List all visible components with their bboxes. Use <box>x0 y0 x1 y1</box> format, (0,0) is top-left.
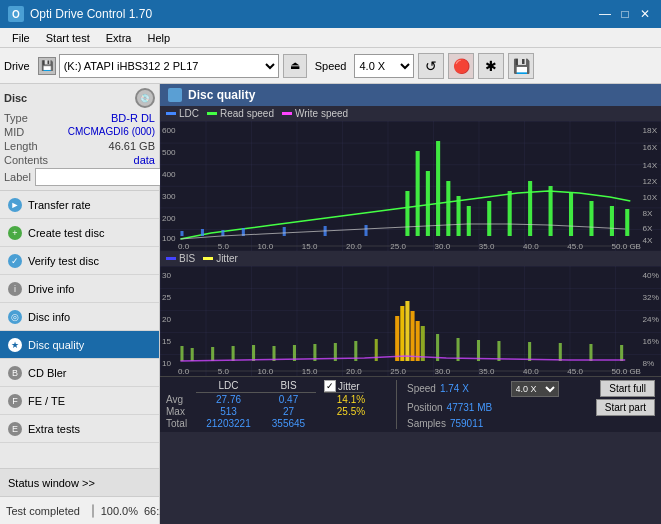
save-button[interactable]: 💾 <box>508 53 534 79</box>
max-row: Max 513 27 25.5% <box>166 406 386 417</box>
svg-rect-29 <box>487 201 491 236</box>
app-title: Opti Drive Control 1.70 <box>30 7 152 21</box>
stats-table: LDC BIS ✓ Jitter Avg 27.76 0.47 14.1% <box>166 380 386 429</box>
svg-rect-70 <box>528 342 531 361</box>
extra-tests-label: Extra tests <box>28 423 80 435</box>
sidebar-item-transfer-rate[interactable]: ► Transfer rate <box>0 191 159 219</box>
status-window-button[interactable]: Status window >> <box>0 468 159 496</box>
svg-text:10: 10 <box>162 359 172 368</box>
svg-rect-26 <box>446 181 450 236</box>
svg-rect-28 <box>467 206 471 236</box>
speed-select-area: 4.0 X 2.0 X <box>511 381 559 397</box>
speed-label: Speed <box>311 60 351 72</box>
disc-quality-label: Disc quality <box>28 339 84 351</box>
cd-bler-label: CD Bler <box>28 367 67 379</box>
max-jitter: 25.5% <box>316 406 386 417</box>
svg-text:12X: 12X <box>643 177 658 186</box>
chart1-legend: LDC Read speed Write speed <box>160 106 661 121</box>
sidebar-item-create-test-disc[interactable]: + Create test disc <box>0 219 159 247</box>
svg-text:14X: 14X <box>643 161 658 170</box>
maximize-button[interactable]: □ <box>617 6 633 22</box>
main-area: Disc 💿 Type BD-R DL MID CMCMAGDI6 (000) … <box>0 84 661 524</box>
read-label: Read speed <box>220 108 274 119</box>
sidebar-item-disc-info[interactable]: ◎ Disc info <box>0 303 159 331</box>
stats-empty <box>166 380 196 393</box>
max-label: Max <box>166 406 196 417</box>
drive-info-icon: i <box>8 282 22 296</box>
menu-start-test[interactable]: Start test <box>38 30 98 46</box>
refresh-button[interactable]: ↺ <box>418 53 444 79</box>
svg-rect-15 <box>180 231 183 236</box>
cd-bler-icon: B <box>8 366 22 380</box>
label-input[interactable] <box>35 168 168 186</box>
menu-extra[interactable]: Extra <box>98 30 140 46</box>
drive-info-label: Drive info <box>28 283 74 295</box>
length-value: 46.61 GB <box>109 140 155 152</box>
menu-file[interactable]: File <box>4 30 38 46</box>
drive-select[interactable]: (K:) ATAPI iHBS312 2 PL17 <box>59 54 279 78</box>
titlebar-controls: — □ ✕ <box>597 6 653 22</box>
svg-text:40%: 40% <box>643 271 659 280</box>
disc-info-icon: ◎ <box>8 310 22 324</box>
legend-read-speed: Read speed <box>207 108 274 119</box>
chart1-x-labels: 0.0 5.0 10.0 15.0 20.0 25.0 30.0 35.0 40… <box>178 242 641 251</box>
chart2-x-labels: 0.0 5.0 10.0 15.0 20.0 25.0 30.0 35.0 40… <box>178 367 641 376</box>
menu-help[interactable]: Help <box>139 30 178 46</box>
svg-text:20: 20 <box>162 315 172 324</box>
transfer-rate-icon: ► <box>8 198 22 212</box>
total-label: Total <box>166 418 196 429</box>
avg-label: Avg <box>166 394 196 405</box>
close-button[interactable]: ✕ <box>637 6 653 22</box>
svg-rect-64 <box>416 321 420 361</box>
svg-rect-65 <box>421 326 425 361</box>
position-info: Position 47731 MB <box>407 402 492 413</box>
svg-text:16X: 16X <box>643 143 658 152</box>
svg-text:25: 25 <box>162 293 172 302</box>
sidebar-item-drive-info[interactable]: i Drive info <box>0 275 159 303</box>
status-window-label: Status window >> <box>8 477 95 489</box>
minimize-button[interactable]: — <box>597 6 613 22</box>
titlebar: O Opti Drive Control 1.70 — □ ✕ <box>0 0 661 28</box>
read-dot <box>207 112 217 115</box>
svg-rect-72 <box>589 344 592 361</box>
sidebar-item-fe-te[interactable]: F FE / TE <box>0 387 159 415</box>
sidebar-item-verify-test-disc[interactable]: ✓ Verify test disc <box>0 247 159 275</box>
eject-button[interactable]: ⏏ <box>283 54 307 78</box>
chart2-legend: BIS Jitter <box>160 251 661 266</box>
burn-button[interactable]: 🔴 <box>448 53 474 79</box>
app-icon: O <box>8 6 24 22</box>
chart2-svg: 30 25 20 15 10 40% 32% 24% 16% 8% <box>160 266 661 376</box>
svg-rect-34 <box>589 201 593 236</box>
erase-button[interactable]: ✱ <box>478 53 504 79</box>
svg-rect-52 <box>232 346 235 361</box>
svg-text:16%: 16% <box>643 337 659 346</box>
svg-text:200: 200 <box>162 214 176 223</box>
speed-info: Speed 1.74 X <box>407 383 469 394</box>
quality-speed-select[interactable]: 4.0 X 2.0 X <box>511 381 559 397</box>
svg-rect-73 <box>620 345 623 361</box>
disc-panel: Disc 💿 Type BD-R DL MID CMCMAGDI6 (000) … <box>0 84 159 191</box>
sidebar-item-extra-tests[interactable]: E Extra tests <box>0 415 159 443</box>
legend-write-speed: Write speed <box>282 108 348 119</box>
svg-text:4X: 4X <box>643 236 654 245</box>
transfer-rate-label: Transfer rate <box>28 199 91 211</box>
jitter-checkbox[interactable]: ✓ <box>324 380 336 392</box>
sidebar: Disc 💿 Type BD-R DL MID CMCMAGDI6 (000) … <box>0 84 160 524</box>
verify-test-disc-label: Verify test disc <box>28 255 99 267</box>
content-area: Disc quality LDC Read speed Write speed <box>160 84 661 524</box>
svg-rect-71 <box>559 343 562 361</box>
max-bis: 27 <box>261 406 316 417</box>
jitter-check-area: ✓ Jitter <box>324 380 364 393</box>
total-ldc: 21203221 <box>196 418 261 429</box>
svg-rect-31 <box>528 181 532 236</box>
start-part-button[interactable]: Start part <box>596 399 655 416</box>
legend-ldc: LDC <box>166 108 199 119</box>
sidebar-item-cd-bler[interactable]: B CD Bler <box>0 359 159 387</box>
sidebar-item-disc-quality[interactable]: ★ Disc quality <box>0 331 159 359</box>
svg-text:8X: 8X <box>643 209 654 218</box>
legend-jitter: Jitter <box>203 253 238 264</box>
speed-select[interactable]: 4.0 X 2.0 X 8.0 X <box>354 54 414 78</box>
start-full-button[interactable]: Start full <box>600 380 655 397</box>
titlebar-left: O Opti Drive Control 1.70 <box>8 6 152 22</box>
toolbar: Drive 💾 (K:) ATAPI iHBS312 2 PL17 ⏏ Spee… <box>0 48 661 84</box>
